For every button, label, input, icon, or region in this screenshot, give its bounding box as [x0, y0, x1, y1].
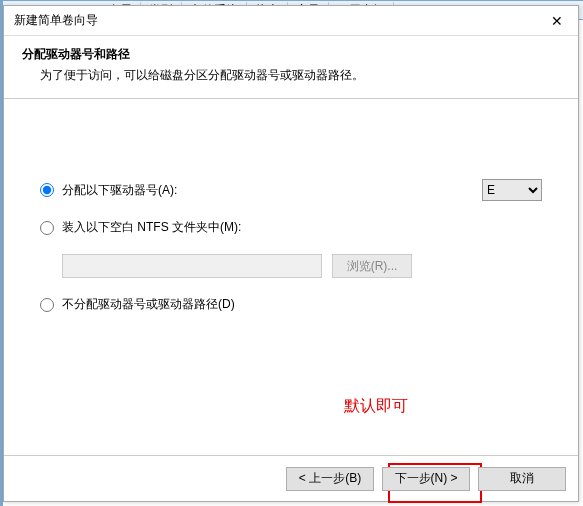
- back-button[interactable]: < 上一步(B): [286, 467, 374, 491]
- cancel-button[interactable]: 取消: [478, 467, 566, 491]
- next-button[interactable]: 下一步(N) >: [382, 467, 470, 491]
- header-subtitle: 为了便于访问，可以给磁盘分区分配驱动器号或驱动器路径。: [40, 67, 560, 84]
- radio-assign-letter[interactable]: [40, 183, 54, 197]
- dialog-title: 新建简单卷向导: [14, 12, 98, 29]
- wizard-dialog: 新建简单卷向导 ✕ 分配驱动器号和路径 为了便于访问，可以给磁盘分区分配驱动器号…: [3, 5, 579, 502]
- mount-path-row: 浏览(R)...: [62, 254, 542, 278]
- option-no-assign-row: 不分配驱动器号或驱动器路径(D): [40, 296, 542, 313]
- footer-buttons: < 上一步(B) 下一步(N) > 取消: [4, 455, 578, 501]
- radio-mount-folder[interactable]: [40, 221, 54, 235]
- close-icon: ✕: [551, 13, 563, 29]
- option-assign-letter-row: 分配以下驱动器号(A): E: [40, 179, 542, 201]
- option-no-assign-label: 不分配驱动器号或驱动器路径(D): [62, 296, 542, 313]
- mount-path-input: [62, 254, 322, 278]
- titlebar: 新建简单卷向导 ✕: [4, 6, 578, 36]
- browse-button: 浏览(R)...: [332, 254, 412, 278]
- radio-no-assign[interactable]: [40, 298, 54, 312]
- option-mount-row: 装入以下空白 NTFS 文件夹中(M):: [40, 219, 542, 236]
- option-assign-letter-label: 分配以下驱动器号(A):: [62, 182, 482, 199]
- header-section: 分配驱动器号和路径 为了便于访问，可以给磁盘分区分配驱动器号或驱动器路径。: [4, 36, 578, 99]
- option-mount-label: 装入以下空白 NTFS 文件夹中(M):: [62, 219, 542, 236]
- annotation-text: 默认即可: [344, 396, 408, 417]
- close-button[interactable]: ✕: [540, 9, 574, 33]
- header-title: 分配驱动器号和路径: [22, 46, 560, 63]
- content-area: 分配以下驱动器号(A): E 装入以下空白 NTFS 文件夹中(M): 浏览(R…: [4, 99, 578, 313]
- drive-letter-select[interactable]: E: [482, 179, 542, 201]
